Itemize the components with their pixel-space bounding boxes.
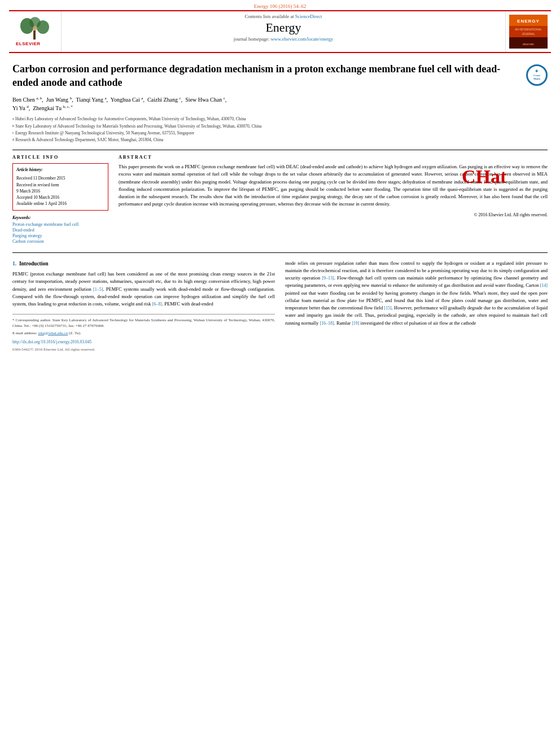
body-paragraph-2: mode relies on pressure regulation rathe… <box>285 260 548 327</box>
ref-9-13[interactable]: [9–13] <box>322 276 334 281</box>
body-right-col: mode relies on pressure regulation rathe… <box>285 260 548 353</box>
journal-title: Energy <box>73 20 494 35</box>
ref-14[interactable]: [14] <box>540 283 548 288</box>
homepage-line: journal homepage: www.elsevier.com/locat… <box>73 36 494 42</box>
issn-line: 0360-5442/© 2016 Elsevier Ltd. All right… <box>12 347 275 353</box>
section1-label: Introduction <box>19 261 49 267</box>
elsevier-logo-icon: ELSEVIER <box>15 16 55 47</box>
homepage-link[interactable]: www.elsevier.com/locate/energy <box>270 36 333 42</box>
affiliation-c: c Energy Research Institute @ Nanyang Te… <box>12 130 548 136</box>
received-revised-date: 9 March 2016 <box>16 188 104 194</box>
footnotes-area: * Corresponding author. State Key Labora… <box>12 314 275 337</box>
email-link[interactable]: tzkq@whut.edu.cn <box>38 331 68 335</box>
ref-19[interactable]: [19] <box>352 321 359 326</box>
keyword-2[interactable]: Dead-ended <box>12 228 108 233</box>
body-left-col: 1. Introduction PEMFC (proton exchange m… <box>12 260 275 353</box>
journal-citation: Energy 106 (2016) 54–62 <box>0 0 560 10</box>
energy-logo-icon: ENERGY AN INTERNATIONAL JOURNAL elsevier <box>509 15 548 49</box>
email-line: E-mail address: tzkq@whut.edu.cn (Z. Tu)… <box>12 330 275 337</box>
sciencedirect-label: Contents lists available at ScienceDirec… <box>73 14 494 19</box>
keywords-label: Keywords: <box>12 215 108 220</box>
crossmark-label: ✚CrossMark <box>533 69 540 81</box>
svg-text:ELSEVIER: ELSEVIER <box>16 41 41 46</box>
svg-point-5 <box>33 26 37 30</box>
article-title-section: Carbon corrosion and performance degrada… <box>12 62 548 90</box>
ref-16-18[interactable]: [16–18] <box>320 321 334 326</box>
article-title: Carbon corrosion and performance degrada… <box>12 62 520 90</box>
affiliations: a Hubei Key Laboratory of Advanced Techn… <box>12 116 548 143</box>
available-online: Available online 1 April 2016 <box>16 200 104 207</box>
keyword-1[interactable]: Proton exchange membrane fuel cell <box>12 222 108 227</box>
body-content: 1. Introduction PEMFC (proton exchange m… <box>12 257 548 353</box>
main-content: Carbon corrosion and performance degrada… <box>0 53 560 358</box>
journal-ref-text: Energy 106 (2016) 54–62 <box>254 3 307 9</box>
keyword-3[interactable]: Purging strategy <box>12 233 108 238</box>
corresponding-note: * Corresponding author. State Key Labora… <box>12 317 275 329</box>
section1-title: 1. Introduction <box>12 260 275 268</box>
page: Energy 106 (2016) 54–62 ELSEVIER Conten <box>0 0 560 747</box>
authors-line: Ben Chen a, b, Jun Wang b, Tianqi Yang a… <box>12 95 548 113</box>
affiliation-b: b State Key Laboratory of Advanced Techn… <box>12 123 548 129</box>
crossmark-icon: ✚CrossMark <box>526 64 548 86</box>
body-paragraph-1: PEMFC (proton exchange membrane fuel cel… <box>12 270 275 308</box>
affiliation-d: d Research & Advanced Technology Departm… <box>12 137 548 143</box>
received-revised-label: Received in revised form <box>16 182 104 188</box>
elsevier-logo-area: ELSEVIER <box>9 11 61 52</box>
svg-text:JOURNAL: JOURNAL <box>522 32 535 36</box>
sciencedirect-link[interactable]: ScienceDirect <box>295 14 322 19</box>
abstract-header: ABSTRACT <box>119 155 548 160</box>
article-info-header: ARTICLE INFO <box>12 155 108 160</box>
energy-logo-area: ENERGY AN INTERNATIONAL JOURNAL elsevier <box>506 11 551 52</box>
accepted-date: Accepted 10 March 2016 <box>16 194 104 200</box>
svg-text:ENERGY: ENERGY <box>517 19 540 24</box>
svg-text:elsevier: elsevier <box>523 42 535 46</box>
article-info-col: ARTICLE INFO Article history: Received 1… <box>12 155 108 244</box>
section-divider <box>12 252 548 253</box>
keywords-section: Keywords: Proton exchange membrane fuel … <box>12 215 108 244</box>
ref-1-5[interactable]: [1–5] <box>93 287 103 292</box>
copyright-line: © 2016 Elsevier Ltd. All rights reserved… <box>119 212 548 217</box>
ref-6-8[interactable]: [6–8] <box>152 302 162 307</box>
section1-number: 1. <box>12 261 16 267</box>
chat-annotation: CHat <box>462 166 506 187</box>
doi-link[interactable]: http://dx.doi.org/10.1016/j.energy.2016.… <box>12 339 91 344</box>
doi-line[interactable]: http://dx.doi.org/10.1016/j.energy.2016.… <box>12 339 275 346</box>
svg-text:AN INTERNATIONAL: AN INTERNATIONAL <box>515 28 542 31</box>
keyword-4[interactable]: Carbon corrosion <box>12 239 108 244</box>
journal-header: ELSEVIER Contents lists available at Sci… <box>9 10 551 53</box>
crossmark-badge[interactable]: ✚CrossMark <box>526 64 548 86</box>
article-history-box: Article history: Received 11 December 20… <box>12 163 108 210</box>
article-history-label: Article history: <box>16 167 104 173</box>
svg-point-3 <box>37 20 49 34</box>
ref-15[interactable]: [15] <box>384 305 391 311</box>
article-info-abstract-section: ARTICLE INFO Article history: Received 1… <box>12 150 548 244</box>
received-date: Received 11 December 2015 <box>16 175 104 181</box>
affiliation-a: a Hubei Key Laboratory of Advanced Techn… <box>12 116 548 122</box>
svg-rect-4 <box>33 30 36 40</box>
journal-center-info: Contents lists available at ScienceDirec… <box>61 11 506 52</box>
energy-logo-box: ENERGY AN INTERNATIONAL JOURNAL elsevier <box>509 15 548 49</box>
